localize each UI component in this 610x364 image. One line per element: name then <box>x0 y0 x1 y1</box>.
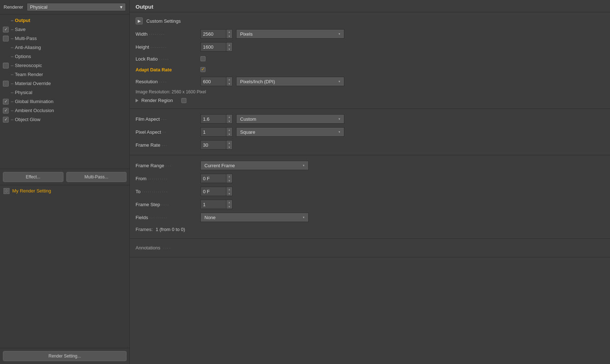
to-label: To ············· <box>136 189 200 194</box>
to-spin-up[interactable]: ▲ <box>226 187 232 191</box>
frame-rate-spinners: ▲ ▼ <box>226 141 232 149</box>
svg-rect-3 <box>7 191 8 193</box>
frame-rate-spin-down[interactable]: ▼ <box>226 145 232 149</box>
frames-label: Frames: <box>136 227 153 232</box>
render-setting-row: My Render Setting <box>0 185 129 197</box>
sidebar-item-anti-aliasing[interactable]: – Anti-Aliasing <box>0 43 129 52</box>
film-aspect-arrow: ▾ <box>339 117 340 121</box>
to-input[interactable]: ▲ ▼ <box>200 187 233 196</box>
sidebar-item-label: Global Illumination <box>15 99 53 104</box>
custom-settings-label: Custom Settings <box>146 18 181 24</box>
object-glow-checkbox[interactable] <box>3 117 9 123</box>
adapt-data-rate-checkbox[interactable] <box>200 67 205 72</box>
sidebar-item-physical[interactable]: – Physical <box>0 88 129 97</box>
custom-settings-expand[interactable]: ▶ <box>136 17 143 25</box>
from-spin-down[interactable]: ▼ <box>226 178 232 183</box>
ambient-occlusion-checkbox[interactable] <box>3 108 9 114</box>
multi-pass-checkbox[interactable] <box>3 36 9 41</box>
sidebar-item-output[interactable]: – Output <box>0 16 129 25</box>
film-aspect-spin-down[interactable]: ▼ <box>226 119 232 123</box>
from-value-input[interactable] <box>201 176 226 181</box>
to-value-input[interactable] <box>201 189 226 194</box>
save-checkbox[interactable] <box>3 27 9 32</box>
frame-rate-spin-up[interactable]: ▲ <box>226 141 232 145</box>
resolution-unit-dropdown[interactable]: Pixels/Inch (DPI) ▾ <box>236 77 344 86</box>
pixels-dropdown[interactable]: Pixels ▾ <box>236 29 344 39</box>
renderer-dropdown[interactable]: Physical ▾ <box>27 3 126 11</box>
width-value-input[interactable] <box>201 31 226 37</box>
height-spin-down[interactable]: ▼ <box>226 47 232 51</box>
global-illumination-checkbox[interactable] <box>3 99 9 105</box>
renderer-value: Physical <box>30 4 47 10</box>
sidebar-item-global-illumination[interactable]: – Global Illumination <box>0 97 129 106</box>
frame-step-spin-down[interactable]: ▼ <box>226 204 232 209</box>
resolution-spin-down[interactable]: ▼ <box>226 81 232 86</box>
multi-pass-button[interactable]: Multi-Pass... <box>66 172 127 182</box>
fields-value: None <box>204 215 216 220</box>
from-spin-up[interactable]: ▲ <box>226 174 232 178</box>
sidebar-item-label: Anti-Aliasing <box>15 45 41 50</box>
height-value-input[interactable] <box>201 44 226 50</box>
height-input[interactable]: ▲ ▼ <box>200 42 233 52</box>
effect-button[interactable]: Effect... <box>3 172 63 182</box>
width-spin-down[interactable]: ▼ <box>226 34 232 38</box>
sidebar-item-options[interactable]: – Options <box>0 52 129 61</box>
sidebar-item-multi-pass[interactable]: – Multi-Pass <box>0 34 129 43</box>
frame-step-value-input[interactable] <box>201 202 226 207</box>
film-aspect-spinners: ▲ ▼ <box>226 115 232 123</box>
frame-range-dropdown[interactable]: Current Frame ▾ <box>200 161 309 170</box>
pixel-aspect-spin-down[interactable]: ▼ <box>226 132 232 136</box>
frame-step-spin-up[interactable]: ▲ <box>226 200 232 204</box>
frame-rate-value-input[interactable] <box>201 142 226 148</box>
output-dash: – <box>11 18 13 23</box>
to-spin-down[interactable]: ▼ <box>226 191 232 196</box>
sidebar-item-label: Physical <box>15 90 32 95</box>
custom-settings-row: ▶ Custom Settings <box>130 16 610 27</box>
render-region-checkbox[interactable] <box>181 98 186 103</box>
sidebar-item-save[interactable]: – Save <box>0 25 129 34</box>
film-aspect-preset-dropdown[interactable]: Custom ▾ <box>236 114 344 124</box>
lock-ratio-checkbox[interactable] <box>200 56 205 61</box>
pixel-aspect-spin-up[interactable]: ▲ <box>226 128 232 132</box>
resolution-input[interactable]: ▲ ▼ <box>200 77 233 86</box>
frame-rate-input[interactable]: ▲ ▼ <box>200 140 233 150</box>
height-spin-up[interactable]: ▲ <box>226 43 232 47</box>
sidebar-item-team-render[interactable]: – Team Render <box>0 70 129 79</box>
sidebar-item-label: Output <box>15 18 30 23</box>
pixel-aspect-preset-dropdown[interactable]: Square ▾ <box>236 127 344 137</box>
frame-step-input[interactable]: ▲ ▼ <box>200 200 233 209</box>
sidebar-item-ambient-occlusion[interactable]: – Ambient Occlusion <box>0 106 129 115</box>
pixel-aspect-value-input[interactable] <box>201 129 226 135</box>
width-spinners: ▲ ▼ <box>226 30 232 38</box>
resolution-spinners: ▲ ▼ <box>226 77 232 86</box>
sidebar-item-stereoscopic[interactable]: – Stereoscopic <box>0 61 129 70</box>
film-aspect-spin-up[interactable]: ▲ <box>226 115 232 119</box>
renderer-dropdown-arrow: ▾ <box>120 4 123 10</box>
fields-dropdown[interactable]: None ▾ <box>200 213 309 222</box>
resolution-value-input[interactable] <box>201 79 226 84</box>
pixel-aspect-input[interactable]: ▲ ▼ <box>200 127 233 137</box>
frame-range-arrow: ▾ <box>303 164 305 167</box>
sidebar-item-object-glow[interactable]: – Object Glow <box>0 115 129 124</box>
stereoscopic-checkbox[interactable] <box>3 63 9 68</box>
sidebar-item-label: Save <box>15 27 26 32</box>
width-input[interactable]: ▲ ▼ <box>200 29 233 39</box>
material-override-checkbox[interactable] <box>3 81 9 86</box>
render-setting-button[interactable]: Render Setting... <box>3 351 127 361</box>
adapt-data-rate-label: Adapt Data Rate <box>136 67 200 72</box>
resolution-section: ▶ Custom Settings Width ········ ▲ ▼ Pix… <box>130 12 610 109</box>
adapt-data-rate-row: Adapt Data Rate <box>130 64 610 75</box>
film-aspect-value-input[interactable] <box>201 116 226 122</box>
render-region-expand[interactable] <box>136 99 138 102</box>
sidebar-item-material-override[interactable]: – Material Override <box>0 79 129 88</box>
annotations-section: Annotations ···· <box>130 239 610 257</box>
resolution-spin-up[interactable]: ▲ <box>226 77 232 81</box>
sidebar-action-buttons: Effect... Multi-Pass... <box>0 169 129 185</box>
pixel-aspect-arrow: ▾ <box>339 130 340 134</box>
film-aspect-input[interactable]: ▲ ▼ <box>200 114 233 124</box>
frame-range-section: Frame Range ··· Current Frame ▾ From ···… <box>130 155 610 239</box>
pixel-aspect-row: Pixel Aspect ·· ▲ ▼ Square ▾ <box>130 125 610 138</box>
from-input[interactable]: ▲ ▼ <box>200 174 233 183</box>
svg-rect-1 <box>7 189 8 191</box>
width-spin-up[interactable]: ▲ <box>226 30 232 34</box>
